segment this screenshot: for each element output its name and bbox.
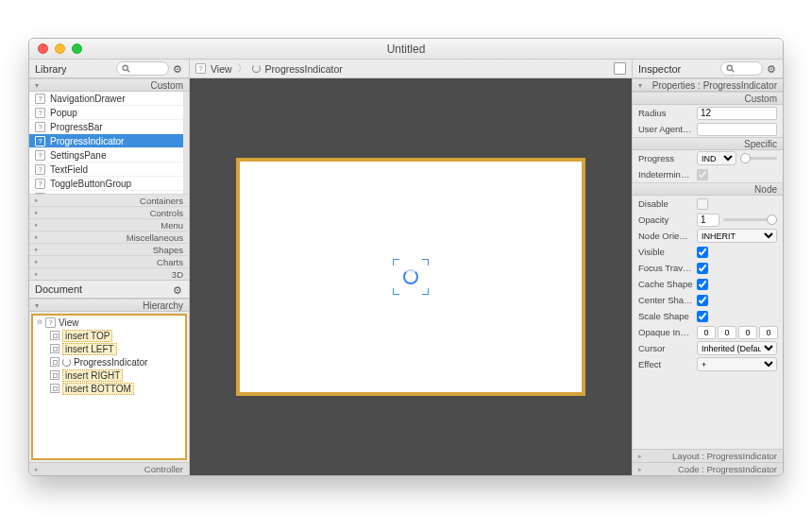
prop-cache-shape: Cache Shape [633, 276, 783, 292]
selection-handle-icon[interactable] [422, 259, 429, 266]
document-icon[interactable] [614, 62, 626, 75]
disclosure-open-icon[interactable]: ⊖ [37, 318, 42, 326]
progress-indicator-icon [403, 269, 418, 284]
visible-checkbox[interactable] [697, 247, 708, 258]
tree-slot[interactable]: insert BOTTOM [33, 382, 185, 395]
library-section[interactable]: ▸Menu [29, 218, 189, 231]
insets-group [697, 326, 778, 339]
library-section[interactable]: ▸Shapes [29, 243, 189, 255]
opacity-slider[interactable] [723, 218, 777, 221]
prop-radius: Radius [633, 105, 783, 121]
library-item[interactable]: ?ToggleButtonGroup [29, 177, 183, 191]
orientation-select[interactable]: INHERIT [697, 229, 777, 243]
svg-point-0 [123, 65, 127, 70]
tree-slot[interactable]: insert TOP [33, 329, 185, 342]
library-item[interactable]: ?NavigationDrawer [29, 92, 183, 106]
slot-icon [50, 384, 59, 393]
chevron-down-icon: ▾ [638, 81, 642, 90]
code-section[interactable]: ▸Code : ProgressIndicator [633, 462, 783, 475]
chevron-right-icon: ▸ [35, 221, 39, 229]
prop-scale-shape: Scale Shape [633, 308, 783, 324]
library-section[interactable]: ▸Miscellaneous [29, 231, 189, 243]
inset-left[interactable] [759, 326, 778, 339]
chevron-right-icon: ▸ [638, 453, 642, 460]
inset-right[interactable] [718, 326, 736, 339]
selected-node[interactable] [395, 261, 427, 293]
progress-mode-select[interactable]: IND [697, 151, 736, 165]
cursor-select[interactable]: Inherited (Default) [697, 341, 777, 355]
indeterminate-checkbox [697, 169, 708, 180]
focus-checkbox[interactable] [697, 263, 708, 274]
chevron-down-icon: ▾ [35, 301, 39, 310]
tree-item-selected[interactable]: ProgressIndicator [33, 355, 185, 368]
group-specific: Specific [633, 137, 783, 150]
gear-icon[interactable]: ⚙ [173, 63, 183, 74]
opacity-input[interactable] [697, 214, 719, 227]
library-header: Library ⚙ [29, 60, 189, 78]
question-icon: ? [195, 63, 206, 74]
prop-focus-traversable: Focus Traver... [633, 260, 783, 276]
chevron-right-icon: ▸ [35, 270, 39, 278]
question-icon: ? [35, 136, 45, 146]
chevron-right-icon: ▸ [35, 258, 39, 266]
selection-handle-icon[interactable] [393, 288, 399, 295]
breadcrumb-root[interactable]: View [211, 63, 232, 75]
app-body: Library ⚙ ▾ Custom ?NavigationDrawer ?Po… [29, 60, 783, 475]
question-icon: ? [35, 150, 45, 161]
prop-progress: Progress IND [633, 150, 783, 166]
library-section[interactable]: ▸Containers [29, 194, 189, 206]
inset-bottom[interactable] [738, 326, 757, 339]
group-custom: Custom [633, 92, 783, 105]
canvas[interactable] [190, 78, 632, 475]
uas-input[interactable] [697, 123, 777, 136]
selection-handle-icon[interactable] [422, 288, 429, 295]
gear-icon[interactable]: ⚙ [767, 63, 777, 74]
effect-select[interactable]: + [697, 357, 777, 371]
layout-section[interactable]: ▸Layout : ProgressIndicator [633, 449, 783, 462]
inspector-search[interactable] [720, 61, 763, 76]
cache-checkbox[interactable] [697, 279, 708, 290]
library-item[interactable]: ?SettingsPane [29, 148, 183, 163]
radius-input[interactable] [697, 107, 777, 120]
library-item[interactable]: ?TextField [29, 163, 183, 177]
progress-slider[interactable] [740, 157, 778, 160]
tree-root[interactable]: ⊖ ? View [33, 316, 185, 329]
controller-section[interactable]: ▸Controller [29, 462, 189, 475]
library-item-selected[interactable]: ?ProgressIndicator [29, 134, 183, 148]
titlebar[interactable]: Untitled [29, 39, 783, 60]
app-window: Untitled Library ⚙ ▾ Custom ?NavigationD… [28, 38, 784, 476]
tree-slot[interactable]: insert RIGHT [33, 368, 185, 382]
window-title: Untitled [29, 43, 783, 56]
library-section-custom[interactable]: ▾ Custom [29, 78, 189, 92]
library-item[interactable]: ?ProgressBar [29, 120, 183, 134]
disable-checkbox[interactable] [697, 198, 708, 210]
library-search[interactable] [116, 61, 169, 76]
chevron-right-icon: ▸ [638, 466, 642, 473]
scale-checkbox[interactable] [697, 311, 708, 322]
chevron-down-icon: ▾ [35, 81, 39, 90]
library-section[interactable]: ▸Charts [29, 255, 189, 267]
svg-line-3 [732, 70, 734, 72]
artboard[interactable] [236, 158, 585, 396]
chevron-right-icon: ▸ [35, 197, 39, 204]
library-section[interactable]: ▸Controls [29, 206, 189, 218]
slot-icon [50, 357, 59, 367]
inset-top[interactable] [697, 326, 716, 339]
properties-section[interactable]: ▾ Properties : ProgressIndicator [633, 78, 783, 92]
document-title: Document [35, 283, 82, 295]
hierarchy-tree: ⊖ ? View insert TOP insert LEFT Progress… [31, 314, 187, 460]
chevron-right-icon: ▸ [35, 466, 39, 473]
prop-opacity: Opacity [633, 212, 783, 228]
canvas-panel: ? View 〉 ProgressIndicator [190, 60, 632, 475]
library-section[interactable]: ▸3D [29, 267, 189, 280]
hierarchy-section[interactable]: ▾ Hierarchy [29, 299, 189, 312]
library-item[interactable]: ?Popup [29, 106, 183, 120]
chevron-right-icon: ▸ [35, 233, 39, 241]
question-icon: ? [35, 94, 45, 104]
tree-slot[interactable]: insert LEFT [33, 342, 185, 355]
breadcrumb-item[interactable]: ProgressIndicator [265, 63, 343, 75]
gear-icon[interactable]: ⚙ [173, 284, 183, 295]
inspector-panel: Inspector ⚙ ▾ Properties : ProgressIndic… [632, 60, 783, 475]
center-checkbox[interactable] [697, 295, 708, 306]
selection-handle-icon[interactable] [393, 259, 399, 266]
